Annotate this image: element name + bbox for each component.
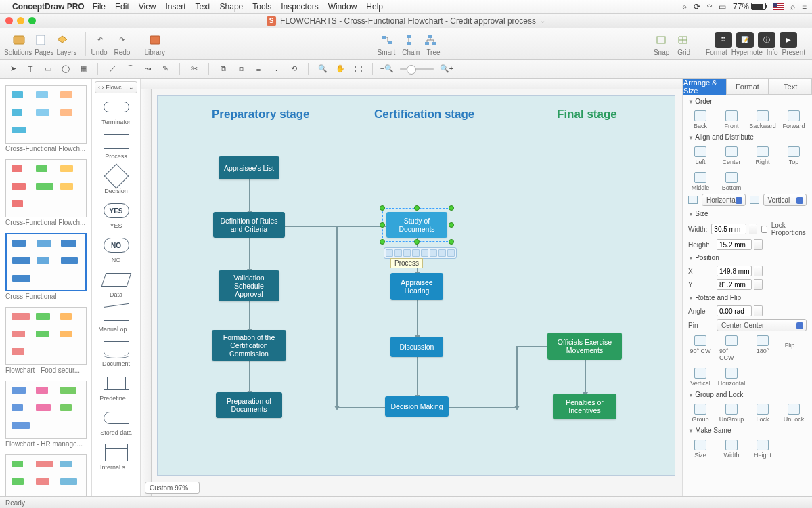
connector[interactable]: [336, 407, 385, 408]
section-group[interactable]: Group and Lock: [683, 388, 812, 401]
align-bottom-button[interactable]: Bottom: [719, 172, 744, 191]
shape-stencil-stor[interactable]: Stored data: [92, 408, 140, 436]
connector[interactable]: [516, 346, 547, 347]
connector[interactable]: [449, 407, 516, 408]
lock-proportions-checkbox[interactable]: [761, 226, 767, 233]
menu-help[interactable]: Help: [366, 2, 383, 12]
section-size[interactable]: Size: [683, 207, 812, 220]
drawing-canvas[interactable]: Preparatory stageCertification stageFina…: [157, 95, 675, 476]
battery-status[interactable]: 77%: [733, 2, 766, 12]
section-position[interactable]: Position: [683, 251, 812, 264]
connector[interactable]: [249, 179, 250, 212]
flowchart-node[interactable]: Discussion: [390, 337, 443, 357]
menu-extras-icon[interactable]: ≡: [802, 2, 807, 12]
mini-toolbar-item[interactable]: [394, 249, 402, 257]
height-stepper[interactable]: [754, 239, 763, 250]
mini-toolbar-item[interactable]: [412, 249, 420, 257]
order-back-button[interactable]: Back: [688, 110, 713, 129]
connector[interactable]: [585, 360, 586, 394]
group-button[interactable]: Group: [688, 404, 713, 423]
zoom-out-icon[interactable]: −🔍: [380, 62, 394, 76]
rotate-icon[interactable]: ⟲: [286, 62, 301, 76]
navigator-thumbnail[interactable]: [5, 381, 87, 439]
align-center-button[interactable]: Center: [719, 146, 744, 165]
same-size-button[interactable]: Size: [688, 440, 713, 459]
shape-stencil-term[interactable]: Terminator: [92, 98, 140, 125]
selection-handle[interactable]: [380, 239, 385, 245]
context-mini-toolbar[interactable]: [384, 247, 457, 259]
section-make-same[interactable]: Make Same: [683, 424, 812, 437]
selection-handle[interactable]: [414, 239, 420, 245]
ellipse-tool-icon[interactable]: ◯: [58, 62, 73, 76]
pointer-tool-icon[interactable]: ➤: [5, 62, 20, 76]
menu-inspectors[interactable]: Inspectors: [281, 2, 318, 12]
mini-toolbar-item[interactable]: [447, 249, 455, 257]
display-icon[interactable]: ▭: [719, 2, 726, 12]
arc-tool-icon[interactable]: ⌒: [122, 62, 137, 76]
mini-toolbar-item[interactable]: [438, 249, 446, 257]
wifi-icon[interactable]: ⌔: [707, 2, 712, 12]
input-source-icon[interactable]: [773, 3, 784, 10]
hypernote-button[interactable]: 📝: [736, 32, 754, 48]
shape-stencil-proc[interactable]: Process: [92, 132, 140, 160]
connector-tool-icon[interactable]: ↝: [140, 62, 155, 76]
connector[interactable]: [249, 361, 250, 392]
grid-button[interactable]: [674, 32, 692, 48]
shape-stencil-pred[interactable]: Predefine ...: [92, 374, 140, 402]
canvas-area[interactable]: Preparatory stageCertification stageFina…: [141, 79, 682, 496]
rotate-cw-button[interactable]: 90° CW: [688, 335, 713, 361]
navigator-thumbnail[interactable]: [5, 233, 87, 291]
navigator-thumbnail[interactable]: [5, 85, 87, 144]
mini-toolbar-item[interactable]: [430, 249, 437, 257]
align-top-button[interactable]: Top: [782, 146, 806, 165]
table-tool-icon[interactable]: ▦: [76, 62, 91, 76]
navigator-thumbnail[interactable]: [5, 307, 87, 365]
menu-view[interactable]: View: [139, 2, 156, 12]
library-button[interactable]: [146, 32, 164, 48]
y-input[interactable]: [717, 279, 752, 290]
x-input[interactable]: [717, 266, 752, 276]
minimize-window-button[interactable]: [17, 17, 24, 24]
angle-input[interactable]: [717, 305, 752, 316]
title-chevron-icon[interactable]: ⌄: [540, 17, 545, 24]
rect-tool-icon[interactable]: ▭: [41, 62, 55, 76]
line-tool-icon[interactable]: ／: [105, 62, 120, 76]
distribute-horizontal-select[interactable]: Horizontal: [702, 194, 746, 206]
section-order[interactable]: Order: [683, 95, 812, 108]
updates-icon[interactable]: ⟳: [694, 2, 700, 12]
connector[interactable]: [417, 300, 418, 337]
mini-toolbar-item[interactable]: [421, 249, 428, 257]
chain-button[interactable]: [400, 32, 418, 48]
shape-stencil-docu[interactable]: Document: [92, 339, 140, 367]
order-forward-button[interactable]: Forward: [782, 110, 806, 129]
selection-handle[interactable]: [380, 222, 385, 228]
same-width-button[interactable]: Width: [719, 440, 744, 459]
flowchart-node[interactable]: Officials Exercise Movements: [547, 333, 622, 360]
undo-button[interactable]: ↶: [91, 32, 109, 48]
freehand-tool-icon[interactable]: ✎: [158, 62, 173, 76]
connector[interactable]: [249, 238, 250, 270]
align-left-button[interactable]: Left: [688, 146, 713, 165]
flowchart-node[interactable]: Validation Schedule Approval: [219, 270, 279, 301]
connector[interactable]: [285, 226, 386, 227]
navigator-thumbnail[interactable]: [5, 159, 87, 217]
flowchart-node[interactable]: Appraisee's List: [219, 156, 279, 179]
unlock-button[interactable]: UnLock: [782, 404, 806, 423]
present-button[interactable]: ▶: [780, 32, 797, 48]
format-button[interactable]: ⠿: [715, 32, 732, 48]
width-input[interactable]: [711, 224, 746, 234]
rotate-180-button[interactable]: 180°: [750, 335, 775, 361]
tab-arrange-size[interactable]: Arrange & Size: [683, 79, 726, 95]
layers-button[interactable]: [53, 32, 71, 48]
group-icon[interactable]: ⧉: [216, 62, 231, 76]
menu-text[interactable]: Text: [196, 2, 210, 12]
order-backward-button[interactable]: Backward: [750, 110, 775, 129]
flowchart-node[interactable]: Preparation of Documents: [216, 392, 282, 418]
zoom-in-icon[interactable]: 🔍+: [439, 62, 454, 76]
info-button[interactable]: ⓘ: [758, 32, 775, 48]
selection-handle[interactable]: [380, 205, 385, 211]
align-right-button[interactable]: Right: [750, 146, 775, 165]
connector[interactable]: [249, 301, 250, 330]
shape-stencil-data[interactable]: Data: [92, 270, 140, 298]
width-stepper[interactable]: [749, 224, 757, 234]
